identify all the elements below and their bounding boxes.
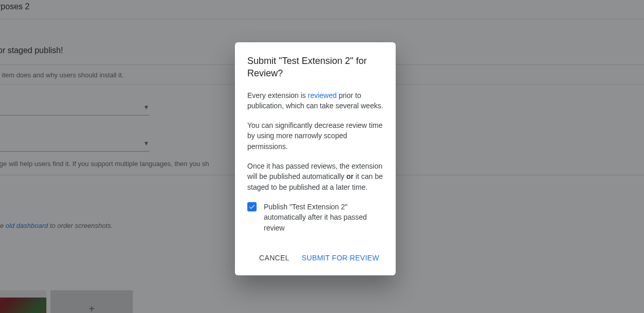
auto-publish-checkbox-row[interactable]: Publish "Test Extension 2" automatically… <box>247 202 383 233</box>
dialog-title: Submit "Test Extension 2" for Review? <box>247 55 383 80</box>
dialog-actions: CANCEL SUBMIT FOR REVIEW <box>247 250 383 266</box>
dialog-paragraph-2: You can significantly decrease review ti… <box>247 120 383 152</box>
submit-review-dialog: Submit "Test Extension 2" for Review? Ev… <box>235 42 396 275</box>
text-strong: or <box>346 172 353 180</box>
cancel-button[interactable]: CANCEL <box>255 250 294 266</box>
reviewed-link[interactable]: reviewed <box>308 91 337 100</box>
text-fragment: Every extension is <box>247 91 308 100</box>
submit-for-review-button[interactable]: SUBMIT FOR REVIEW <box>298 250 383 266</box>
auto-publish-checkbox[interactable] <box>247 202 257 211</box>
check-icon <box>248 203 256 210</box>
dialog-paragraph-3: Once it has passed reviews, the extensio… <box>247 161 383 192</box>
auto-publish-checkbox-label: Publish "Test Extension 2" automatically… <box>264 202 383 233</box>
dialog-paragraph-1: Every extension is reviewed prior to pub… <box>247 90 383 111</box>
